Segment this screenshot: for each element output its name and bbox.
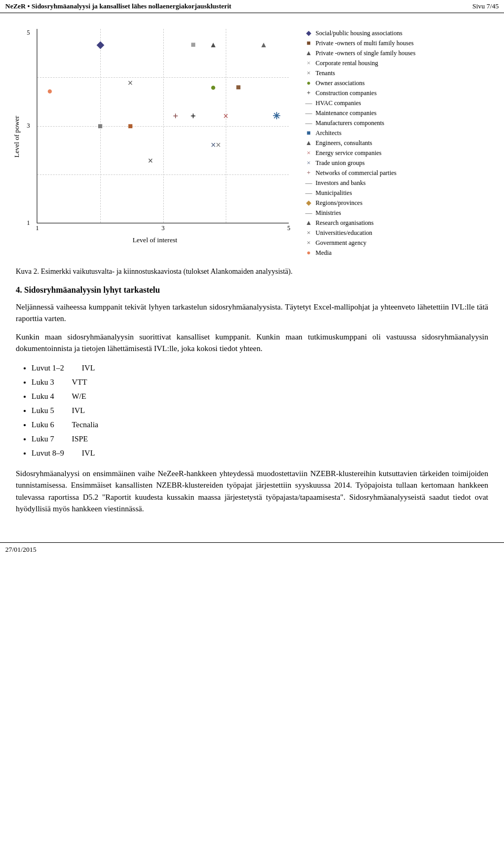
legend-label-21: Universities/education	[316, 229, 372, 237]
legend-label-10: Manufacturers components	[316, 119, 384, 127]
dp-manufacturers: ▲	[260, 40, 268, 49]
legend-label-2: Private -owners of multi family houses	[316, 39, 414, 47]
legend-symbol-11: ■	[304, 129, 313, 137]
tick-y-1: 1	[27, 219, 30, 227]
legend-item-1: ◆ Social/public housing associations	[304, 29, 415, 37]
legend-item-5: × Tenants	[304, 69, 415, 77]
legend-label-11: Architects	[316, 129, 341, 137]
legend-item-10: — Manufacturers components	[304, 119, 415, 127]
legend-item-17: — Municipalities	[304, 189, 415, 197]
dp-hvac: ●	[211, 81, 216, 92]
legend-symbol-20: ▲	[304, 219, 313, 227]
legend-symbol-12: ▲	[304, 139, 313, 147]
legend-item-15: + Networks of commercial parties	[304, 169, 415, 177]
scatter-chart: Level of power 5 3 1 1 3 5 ●	[16, 24, 294, 250]
legend-symbol-15: +	[304, 169, 313, 177]
tick-x-3: 3	[162, 224, 165, 232]
tick-x-1: 1	[36, 224, 39, 232]
page-footer: 27/01/2015	[0, 542, 504, 557]
legend-symbol-7: +	[304, 89, 313, 97]
legend-item-3: ▲ Private -owners of single family house…	[304, 49, 415, 57]
bullet-label-6: Luvut 8–9	[32, 449, 64, 457]
paragraph-3: Sidosryhmäanalyysi on ensimmäinen vaihe …	[16, 468, 488, 515]
legend-label-3: Private -owners of single family houses	[316, 49, 415, 57]
list-item-3: Luku 5 IVL	[32, 404, 488, 418]
legend-item-23: ● Media	[304, 249, 415, 257]
dp-corporate-rental: ■	[191, 40, 196, 49]
dp-private-single: ■	[98, 121, 103, 131]
dp-networks: +	[173, 111, 178, 122]
dp-energy-service: ×	[223, 111, 228, 122]
list-item-5: Luku 7 ISPE	[32, 432, 488, 446]
bullet-value-3: IVL	[72, 404, 85, 418]
dp-investors: ×	[148, 155, 153, 166]
legend-symbol-8: —	[304, 99, 313, 107]
tick-y-5: 5	[27, 29, 30, 37]
legend-symbol-6: ●	[304, 79, 313, 87]
legend-symbol-13: ×	[304, 149, 313, 157]
legend-item-19: — Ministries	[304, 209, 415, 217]
bullet-label-4: Luku 6	[32, 420, 54, 429]
legend-symbol-17: —	[304, 189, 313, 197]
dp-owner-assoc: ▲	[209, 40, 217, 49]
chart-area: Level of power 5 3 1 1 3 5 ●	[16, 24, 488, 257]
legend-item-18: ◆ Regions/provinces	[304, 199, 415, 207]
page-number: Sivu 7/45	[472, 2, 499, 11]
dp-social: ●	[47, 86, 53, 97]
list-item-4: Luku 6 Tecnalia	[32, 418, 488, 432]
legend-symbol-10: —	[304, 119, 313, 127]
legend-item-12: ▲ Engineers, consultants	[304, 139, 415, 147]
legend-symbol-23: ●	[304, 249, 313, 257]
bullet-list: Luvut 1–2 IVL Luku 3 VTT Luku 4 W/E Luku…	[32, 361, 488, 460]
legend-symbol-19: —	[304, 209, 313, 217]
gridline-v4	[226, 29, 226, 223]
bullet-value-6: IVL	[82, 446, 95, 460]
legend-label-14: Trade union groups	[316, 159, 365, 167]
legend-label-7: Construction companies	[316, 89, 376, 97]
legend-label-6: Owner associations	[316, 79, 365, 87]
legend-label-8: HVAC companies	[316, 99, 361, 107]
bullet-value-0: IVL	[82, 361, 95, 375]
legend-symbol-2: ■	[304, 39, 313, 47]
legend-item-8: — HVAC companies	[304, 99, 415, 107]
gridline-v3	[163, 29, 164, 223]
section-heading: 4. Sidosryhmäanalyysin lyhyt tarkastelu	[16, 284, 488, 296]
legend-label-22: Government agency	[316, 239, 366, 247]
legend-item-7: + Construction companies	[304, 89, 415, 97]
list-item-1: Luku 3 VTT	[32, 375, 488, 389]
x-axis-label: Level of interest	[132, 236, 177, 244]
list-item-2: Luku 4 W/E	[32, 389, 488, 404]
list-item-6: Luvut 8–9 IVL	[32, 446, 488, 460]
legend-symbol-9: —	[304, 109, 313, 117]
bullet-label-3: Luku 5	[32, 406, 54, 415]
legend-symbol-5: ×	[304, 69, 313, 77]
bullet-value-5: ISPE	[72, 432, 88, 446]
legend-label-15: Networks of commercial parties	[316, 169, 396, 177]
legend-item-9: — Maintenance companies	[304, 109, 415, 117]
dp-private2: ■	[128, 121, 133, 131]
section-title: Sidosryhmäanalyysin lyhyt tarkastelu	[24, 285, 160, 294]
footer-date: 27/01/2015	[5, 545, 36, 553]
legend-label-20: Research organisations	[316, 219, 374, 227]
paragraph-1: Neljännessä vaiheessa kumppanit tekivät …	[16, 301, 488, 325]
bullet-label-1: Luku 3	[32, 378, 54, 386]
bullet-value-2: W/E	[72, 389, 87, 404]
paragraph-2: Kunkin maan sidosryhmäanalyysin suoritti…	[16, 331, 488, 355]
list-item-0: Luvut 1–2 IVL	[32, 361, 488, 375]
legend-label-16: Investors and banks	[316, 179, 365, 187]
tick-y-3: 3	[27, 122, 30, 130]
legend-item-2: ■ Private -owners of multi family houses	[304, 39, 415, 47]
chart-legend: ◆ Social/public housing associations ■ P…	[304, 24, 415, 257]
legend-label-13: Energy service companies	[316, 149, 382, 157]
legend-symbol-14: ×	[304, 159, 313, 167]
legend-symbol-22: ×	[304, 239, 313, 247]
dp-construction: +	[191, 111, 196, 122]
legend-symbol-21: ×	[304, 229, 313, 237]
legend-label-1: Social/public housing associations	[316, 29, 402, 37]
bullet-value-4: Tecnalia	[72, 418, 99, 432]
legend-symbol-16: —	[304, 179, 313, 187]
legend-label-17: Municipalities	[316, 189, 352, 197]
legend-item-21: × Universities/education	[304, 229, 415, 237]
legend-label-9: Maintenance companies	[316, 109, 376, 117]
dp-trade-union: ×	[211, 140, 216, 151]
